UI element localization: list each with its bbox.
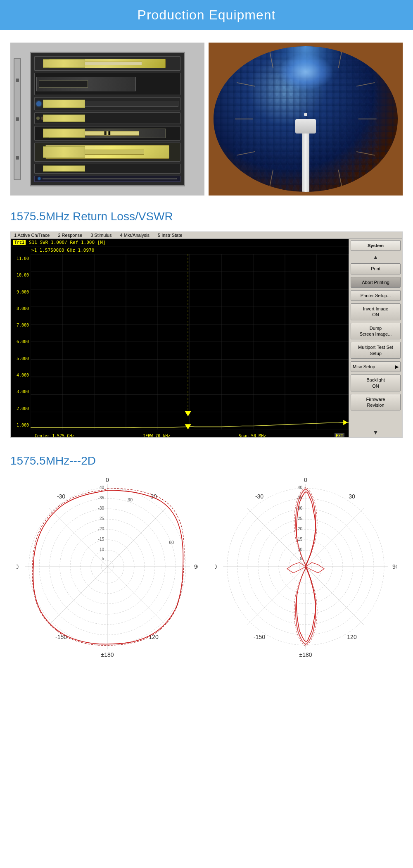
panel-dump-screen-btn[interactable]: DumpScreen Image... — [351, 323, 401, 340]
panel-system-btn[interactable]: System — [351, 240, 401, 251]
vna-marker-text: >1 1.5750000 GHz 1.0970 — [11, 246, 349, 254]
chamber-photo — [209, 43, 403, 196]
panel-abort-printing-btn[interactable]: Abort Printing — [351, 277, 401, 288]
chart-area — [31, 254, 349, 429]
panel-invert-image-btn[interactable]: Invert ImageON — [351, 303, 401, 320]
svg-line-10 — [338, 50, 342, 68]
vna-menu-item-3[interactable]: 3 Stimulus — [90, 233, 112, 238]
svg-line-9 — [269, 50, 273, 68]
panel-print-btn[interactable]: Print — [351, 263, 401, 274]
svg-text:-30: -30 — [57, 493, 65, 500]
svg-line-8 — [356, 152, 375, 155]
ch-marker: Trc1 — [13, 240, 26, 245]
svg-text:-20: -20 — [297, 527, 303, 531]
vna-span-label: Span 50 MHz — [239, 434, 266, 438]
vna-center-label: Center 1.575 GHz — [35, 434, 74, 438]
svg-line-12 — [338, 170, 342, 188]
svg-text:±180: ±180 — [299, 651, 312, 658]
svg-text:-10: -10 — [98, 547, 104, 552]
svg-text:60: 60 — [169, 540, 174, 545]
svg-text:90: 90 — [194, 563, 198, 570]
vna-screen-header: Trc1 S11 SWR 1.000/ Ref 1.000 [M] — [11, 239, 349, 246]
vna-menu-item-1[interactable]: 1 Active Ch/Trace — [14, 233, 50, 238]
svg-text:0: 0 — [304, 477, 307, 483]
svg-text:-90: -90 — [17, 563, 19, 570]
svg-line-7 — [237, 152, 255, 155]
svg-text:90: 90 — [392, 563, 396, 570]
svg-text:-30: -30 — [98, 506, 104, 510]
svg-text:±180: ±180 — [101, 651, 114, 658]
polar-chart-2: 0 30 90 120 ±180 -150 -90 -30 -5 -10 -15… — [215, 476, 396, 658]
panel-printer-setup-btn[interactable]: Printer Setup... — [351, 290, 401, 301]
polar-chart-1: 0 30 90 120 ±180 -150 -90 -30 30 60 -5 -… — [17, 476, 198, 658]
panel-down-arrow[interactable]: ▼ — [349, 427, 402, 437]
vna-menu-item-4[interactable]: 4 Mkr/Analysis — [120, 233, 150, 238]
panel-up-arrow[interactable]: ▲ — [349, 252, 402, 262]
vna-header-text: S11 SWR 1.000/ Ref 1.000 [M] — [29, 240, 105, 245]
vna-bottom-bar: Center 1.575 GHz IFBW 70 kHz Span 50 MHz… — [31, 429, 349, 437]
equipment-photos-section: ▐▌▐▌ — [0, 30, 413, 204]
svg-text:120: 120 — [347, 634, 357, 640]
rack-photo: ▐▌▐▌ — [10, 43, 204, 196]
svg-text:30: 30 — [128, 497, 133, 502]
svg-line-3 — [237, 83, 255, 86]
svg-text:0: 0 — [106, 477, 109, 483]
svg-text:-40: -40 — [297, 485, 303, 490]
vna-screen: Trc1 S11 SWR 1.000/ Ref 1.000 [M] >1 1.5… — [11, 239, 349, 437]
svg-text:-35: -35 — [98, 496, 104, 500]
svg-text:-25: -25 — [98, 516, 104, 521]
vna-menu-item-2[interactable]: 2 Response — [58, 233, 82, 238]
panel-backlight-btn[interactable]: BacklightON — [351, 374, 401, 391]
panel-multiport-btn[interactable]: Multiport Test SetSetup — [351, 342, 401, 359]
vna-menu-item-5[interactable]: 5 Instr State — [158, 233, 182, 238]
svg-text:-20: -20 — [98, 527, 104, 531]
svg-text:-15: -15 — [98, 537, 104, 541]
y-axis-labels: 11.00 10.00 9.000 8.000 7.000 6.000 5.00… — [11, 254, 31, 429]
page-title: Production Equipment — [0, 7, 413, 23]
vna-body: Trc1 S11 SWR 1.000/ Ref 1.000 [M] >1 1.5… — [11, 239, 402, 437]
svg-line-4 — [356, 83, 375, 86]
svg-text:-90: -90 — [215, 563, 217, 570]
svg-line-11 — [269, 170, 273, 188]
vna-grid: 11.00 10.00 9.000 8.000 7.000 6.000 5.00… — [11, 254, 349, 437]
svg-marker-38 — [343, 420, 347, 425]
vna-mode-label: EXT — [335, 433, 344, 438]
polar-section-title: 1575.5MHz---2D — [0, 446, 413, 472]
vna-menubar: 1 Active Ch/Trace 2 Response 3 Stimulus … — [11, 232, 402, 239]
vna-section-title: 1575.5MHz Return Loss/VSWR — [0, 204, 413, 227]
svg-text:30: 30 — [349, 493, 355, 500]
page-header: Production Equipment — [0, 0, 413, 30]
svg-marker-37 — [185, 411, 191, 416]
panel-firmware-btn[interactable]: FirmwareRevision — [351, 394, 401, 411]
polar-charts-container: 0 30 90 120 ±180 -150 -90 -30 30 60 -5 -… — [0, 472, 413, 670]
svg-text:-5: -5 — [100, 556, 104, 561]
svg-text:-150: -150 — [254, 634, 265, 640]
svg-text:-40: -40 — [98, 485, 104, 490]
vna-screenshot: 1 Active Ch/Trace 2 Response 3 Stimulus … — [10, 231, 403, 438]
svg-text:-30: -30 — [255, 493, 263, 500]
svg-text:-150: -150 — [55, 634, 67, 640]
panel-misc-setup-btn[interactable]: Misc Setup▶ — [351, 361, 401, 372]
vna-panel: System ▲ Print Abort Printing Printer Se… — [349, 239, 402, 437]
vna-ifbw-label: IFBW 70 kHz — [143, 434, 170, 438]
